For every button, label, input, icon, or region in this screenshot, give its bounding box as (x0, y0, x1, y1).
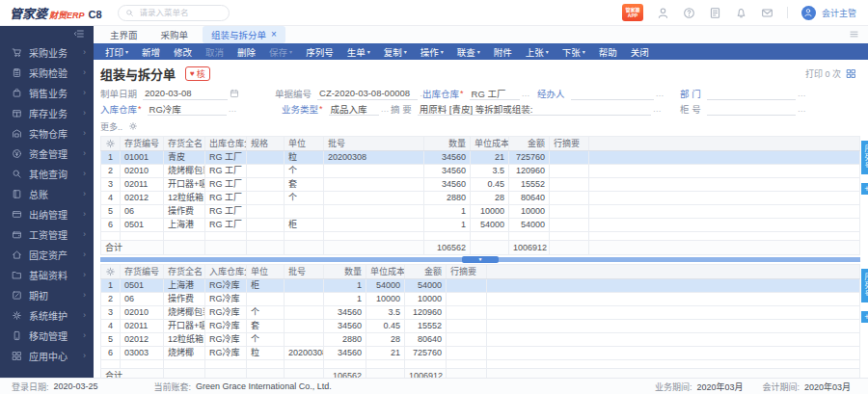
cell[interactable]: 54000 (509, 219, 550, 232)
toolbar-item-1[interactable]: 打印▾ (98, 45, 135, 59)
table-row[interactable]: 60501上海港RG 工厂柜15400054000 (101, 219, 860, 232)
cell[interactable] (447, 320, 487, 333)
cell[interactable]: RG冷库 (205, 333, 247, 347)
cell[interactable]: 1 (324, 279, 366, 293)
cell[interactable] (247, 165, 285, 178)
cell[interactable]: 粒 (247, 347, 285, 360)
grid-splitter[interactable]: ▼ (100, 257, 860, 262)
cell[interactable]: 个 (285, 165, 324, 178)
cell[interactable]: RG 工厂 (205, 192, 247, 205)
cell[interactable]: 1 (424, 205, 471, 219)
cell[interactable] (285, 320, 324, 333)
field-input[interactable]: 2020-03-08 (143, 87, 228, 100)
cell[interactable]: 725760 (509, 151, 550, 165)
sidebar-item-8[interactable]: 总账› (0, 184, 94, 204)
sidebar-item-5[interactable]: 实物仓库› (0, 123, 94, 144)
table-row[interactable]: 40201212粒纸箱RG 工厂个28802880640 (101, 192, 860, 205)
cell[interactable]: 1 (324, 293, 366, 306)
table-row[interactable]: 101001青皮RG 工厂粒202003083456021725760 (101, 151, 860, 165)
cell[interactable] (550, 192, 589, 205)
ellipsis-button[interactable]: … (522, 90, 530, 98)
cell[interactable]: 上海港 (164, 219, 205, 232)
field-input[interactable]: 用原料 [青皮] 等拆卸或组装: (418, 102, 651, 116)
cell[interactable]: 操作费 (164, 293, 205, 306)
sidebar-item-4[interactable]: 库存业务› (0, 103, 94, 123)
cell[interactable] (324, 165, 424, 178)
field-input[interactable] (707, 102, 796, 116)
cell[interactable]: 套 (247, 320, 285, 333)
cell[interactable]: 2880 (324, 333, 366, 347)
cell[interactable]: 1 (424, 219, 471, 232)
sidebar-item-16[interactable]: 应用中心› (0, 346, 94, 366)
cell[interactable]: 15552 (509, 178, 550, 192)
ellipsis-button[interactable]: … (798, 105, 806, 114)
cell[interactable] (247, 205, 285, 219)
tab-1[interactable]: 主界面 (101, 26, 147, 43)
cell[interactable]: 28 (366, 333, 405, 347)
grid-settings-gear-icon[interactable] (101, 137, 121, 151)
tab-list-icon[interactable] (849, 29, 859, 39)
grid-settings-gear-icon[interactable] (101, 265, 121, 279)
cell[interactable]: 0.45 (366, 320, 405, 333)
ellipsis-button[interactable]: … (381, 105, 390, 114)
cell[interactable]: 120960 (509, 165, 550, 178)
cell[interactable]: 20200308 (285, 347, 324, 360)
cell[interactable]: RG 工厂 (205, 178, 247, 192)
table-row[interactable]: 10501上海港RG冷库柜15400054000 (101, 279, 860, 293)
cell[interactable]: 54000 (471, 219, 509, 232)
table-row[interactable]: 202010烧烤椰包装袋RG 工厂个345603.5120960 (101, 165, 860, 178)
field-input[interactable] (571, 87, 654, 100)
sidebar-item-1[interactable]: 采购业务› (0, 42, 94, 63)
cell[interactable]: 10000 (366, 293, 405, 306)
upper-side-plus-button[interactable]: + (861, 183, 868, 195)
cell[interactable]: 725760 (405, 347, 447, 360)
lower-side-plus-button[interactable]: + (861, 311, 868, 323)
splitter-handle[interactable]: ▼ (462, 256, 499, 263)
sidebar-item-7[interactable]: 其他查询› (0, 164, 94, 184)
toolbar-item-8[interactable]: 生单▾ (340, 45, 377, 59)
cell[interactable] (247, 219, 285, 232)
cell[interactable]: 02011 (121, 178, 164, 192)
cell[interactable]: 03003 (121, 347, 164, 360)
toolbar-item-2[interactable]: 新增 (135, 45, 167, 59)
more-link[interactable]: 更多.. (100, 120, 122, 133)
cell[interactable]: 34560 (324, 347, 366, 360)
cell[interactable]: 54000 (366, 279, 405, 293)
tab-3[interactable]: 组装与拆分单× (203, 26, 285, 43)
table-row[interactable]: 302010烧烤椰包装袋RG冷库个345603.5120960 (101, 306, 860, 320)
cell[interactable]: 上海港 (164, 279, 205, 293)
cell[interactable] (324, 192, 424, 205)
mobile-app-badge[interactable]: 管家婆 APP (622, 4, 643, 21)
sidebar-item-14[interactable]: 系统维护› (0, 305, 94, 326)
toolbar-item-15[interactable]: 帮助 (592, 45, 624, 59)
cell[interactable]: 0.45 (471, 178, 509, 192)
cell[interactable]: 02011 (121, 320, 164, 333)
cell[interactable]: 柜 (285, 219, 324, 232)
tab-2[interactable]: 采购单 (152, 26, 198, 43)
sidebar-item-10[interactable]: 工资管理› (0, 224, 94, 245)
cell[interactable]: 06 (121, 293, 164, 306)
cell[interactable]: 06 (121, 205, 164, 219)
cell[interactable] (550, 219, 589, 232)
field-input[interactable]: CZ-2020-03-08-00008 (317, 87, 418, 100)
sidebar-item-11[interactable]: 固定资产› (0, 245, 94, 265)
sidebar-item-12[interactable]: 基础资料› (0, 265, 94, 285)
field-input[interactable]: RG 工厂 (470, 87, 520, 100)
cell[interactable]: 个 (285, 192, 324, 205)
cell[interactable] (247, 178, 285, 192)
cell[interactable]: 开口器+吸管 (164, 178, 205, 192)
lower-side-tab[interactable]: 序列号 (861, 269, 868, 302)
cell[interactable]: 80640 (509, 192, 550, 205)
cell[interactable]: 0501 (121, 219, 164, 232)
cell[interactable]: 烧烤椰 (164, 347, 205, 360)
cell[interactable] (247, 192, 285, 205)
cell[interactable]: 10000 (471, 205, 509, 219)
cell[interactable] (285, 333, 324, 347)
cell[interactable]: 34560 (324, 320, 366, 333)
toolbar-item-11[interactable]: 联查▾ (450, 45, 487, 59)
ellipsis-button[interactable]: … (656, 90, 665, 98)
cell[interactable]: 34560 (424, 165, 471, 178)
cell[interactable]: RG 工厂 (205, 219, 247, 232)
cell[interactable]: 54000 (405, 279, 447, 293)
cell[interactable] (285, 279, 324, 293)
